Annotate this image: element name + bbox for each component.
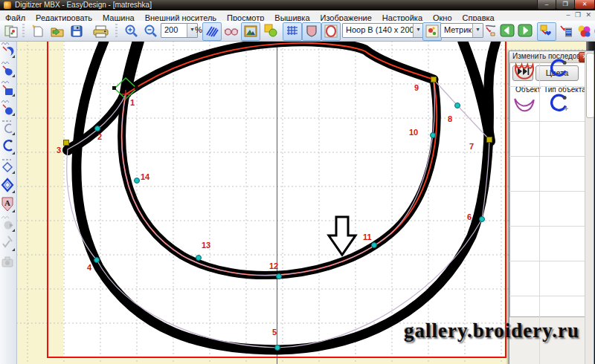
closed-shape-node-tool[interactable] bbox=[1, 177, 16, 195]
stitch-node-cyan[interactable] bbox=[276, 273, 282, 279]
main-toolbar: 200 ▼ % Hoop B (140 x 200) ▼ bbox=[0, 21, 595, 42]
object-type-icon bbox=[547, 91, 569, 117]
color-film-button[interactable] bbox=[574, 22, 594, 41]
stitch-node-yellow[interactable] bbox=[63, 140, 69, 146]
click-to-stitch-tool-disabled bbox=[1, 235, 16, 253]
app-icon bbox=[4, 1, 11, 9]
stitch-node-cyan[interactable] bbox=[430, 132, 436, 138]
open-design-button[interactable] bbox=[48, 22, 67, 41]
sequence-row[interactable] bbox=[509, 51, 577, 86]
show-objects-button[interactable] bbox=[262, 22, 280, 39]
object-shape-icon bbox=[512, 89, 537, 119]
show-stitches-button[interactable] bbox=[202, 22, 222, 41]
new-design-button[interactable] bbox=[28, 22, 48, 41]
units-value: Метрика bbox=[444, 25, 477, 34]
zoom-in-button[interactable] bbox=[122, 22, 141, 41]
stitch-node-cyan[interactable] bbox=[371, 242, 377, 248]
window-title: Digitizer MBX - EasyDesign - [matreshka] bbox=[15, 1, 152, 9]
show-image-button[interactable] bbox=[241, 22, 260, 41]
stitch-node-cyan[interactable] bbox=[274, 345, 280, 351]
units-combo[interactable]: Метрика ▼ bbox=[440, 23, 483, 38]
outline-ellipse-tool[interactable] bbox=[1, 100, 16, 117]
point-number-label: 14 bbox=[141, 172, 149, 181]
stitch-node-cyan[interactable] bbox=[454, 103, 460, 108]
save-design-button[interactable] bbox=[67, 22, 86, 41]
digitize-toolbox: A bbox=[0, 41, 17, 364]
stitch-node-cyan[interactable] bbox=[479, 216, 485, 222]
stitch-node-cyan[interactable] bbox=[94, 126, 100, 131]
chevron-down-icon[interactable]: ▼ bbox=[472, 24, 483, 37]
design-canvas[interactable] bbox=[0, 0, 595, 364]
hoop-template-button[interactable] bbox=[321, 22, 341, 41]
hoop-select-combo[interactable]: Hoop B (140 x 200) ▼ bbox=[342, 23, 424, 38]
zoom-level-value: 200 bbox=[164, 25, 178, 34]
point-number-label: 1 bbox=[130, 98, 135, 107]
trueview-glasses-button[interactable] bbox=[222, 22, 241, 41]
svg-text:A: A bbox=[4, 198, 10, 207]
zoom-out-button[interactable] bbox=[141, 22, 161, 41]
panel-scrollbar[interactable] bbox=[585, 51, 594, 364]
sequence-list[interactable] bbox=[509, 51, 588, 317]
point-number-label: 3 bbox=[57, 146, 61, 155]
auto-digitize-tool-disabled bbox=[1, 215, 16, 233]
sequence-row[interactable] bbox=[509, 86, 577, 121]
point-number-label: 11 bbox=[363, 233, 372, 241]
watermark: gallery.broidery.ru bbox=[404, 319, 579, 342]
open-shape-node-tool[interactable] bbox=[1, 157, 16, 175]
point-number-label: 12 bbox=[269, 261, 278, 270]
open-runstitch-tool[interactable] bbox=[1, 119, 16, 137]
reshape-tool-button[interactable] bbox=[482, 22, 500, 39]
sequence-by-color-button[interactable] bbox=[556, 22, 576, 41]
object-shape-icon bbox=[512, 54, 537, 84]
point-number-label: 4 bbox=[87, 263, 91, 272]
hoop-select-value: Hoop B (140 x 200) bbox=[346, 25, 416, 34]
mdi-window-buttons[interactable]: – ❐ ✕ bbox=[566, 11, 593, 19]
photo-stitch-tool-disabled bbox=[1, 254, 16, 272]
outline-rectangle-tool[interactable] bbox=[1, 80, 16, 98]
scrollbar-thumb[interactable] bbox=[586, 53, 594, 118]
stitch-node-cyan[interactable] bbox=[196, 255, 202, 261]
background-fabric-button[interactable] bbox=[422, 22, 442, 41]
show-hoop-button[interactable] bbox=[302, 22, 321, 41]
print-button[interactable] bbox=[89, 22, 113, 41]
maximize-button[interactable]: ❐ bbox=[556, 0, 575, 10]
outline-shape-tool[interactable] bbox=[1, 61, 16, 79]
object-type-icon bbox=[547, 56, 569, 82]
point-number-label: 9 bbox=[414, 83, 419, 92]
point-number-label: 10 bbox=[409, 128, 418, 137]
resequence-panel: Изменить последовате... ✕ Цвета Объект Т… bbox=[509, 51, 594, 364]
point-number-label: 6 bbox=[467, 212, 472, 221]
point-number-label: 7 bbox=[469, 142, 474, 151]
lettering-tool[interactable]: A bbox=[1, 196, 16, 214]
design-windows-button[interactable] bbox=[1, 22, 21, 41]
stitch-node-yellow[interactable] bbox=[486, 137, 492, 143]
sequence-by-selects-button[interactable] bbox=[537, 22, 556, 41]
chevron-down-icon[interactable]: ▼ bbox=[413, 24, 423, 37]
minimize-button[interactable]: – bbox=[537, 0, 556, 10]
outline-crescent-tool[interactable] bbox=[1, 42, 16, 59]
point-number-label: 13 bbox=[202, 241, 210, 250]
zoom-level-combo[interactable]: 200 ▼ bbox=[161, 23, 198, 38]
stitch-node-cyan[interactable] bbox=[134, 178, 140, 183]
previous-object-button[interactable] bbox=[498, 22, 516, 39]
application-window: 1234567891011121314 Digitizer MBX - Easy… bbox=[0, 0, 595, 364]
point-number-label: 2 bbox=[97, 132, 102, 141]
overflow-button[interactable] bbox=[592, 22, 595, 41]
zoom-percent-label: % bbox=[195, 25, 202, 34]
point-number-label: 8 bbox=[448, 114, 452, 123]
close-button[interactable]: ✕ bbox=[574, 0, 595, 10]
point-number-label: 5 bbox=[272, 328, 277, 337]
menu-bar: – ❐ ✕ ФайлРедактироватьМашинаВнешний нос… bbox=[0, 10, 595, 22]
title-bar: Digitizer MBX - EasyDesign - [matreshka]… bbox=[0, 0, 595, 10]
show-grid-button[interactable] bbox=[283, 22, 302, 41]
next-object-button[interactable] bbox=[516, 22, 534, 39]
stitch-node-cyan[interactable] bbox=[94, 257, 100, 263]
stitch-node-yellow[interactable] bbox=[431, 77, 437, 82]
closed-runstitch-tool[interactable] bbox=[1, 138, 16, 156]
